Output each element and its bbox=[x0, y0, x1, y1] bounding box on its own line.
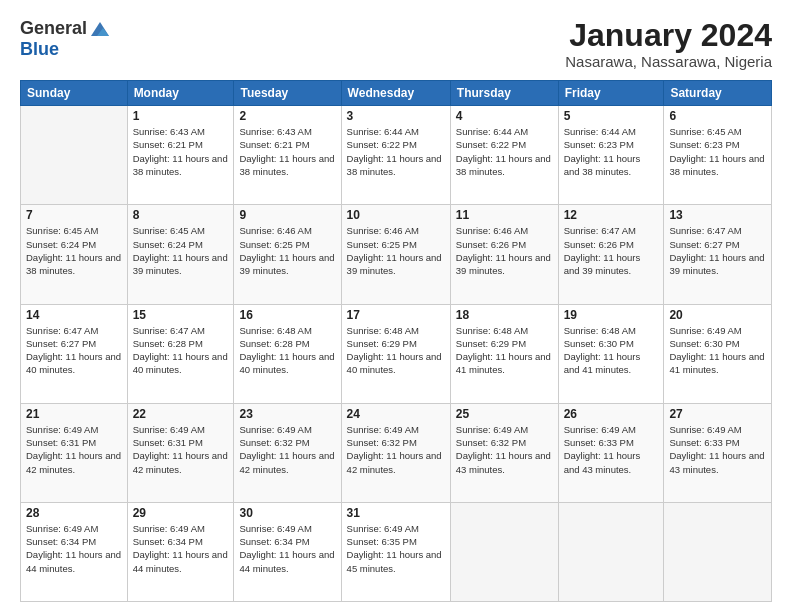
calendar-day-cell: 8Sunrise: 6:45 AMSunset: 6:24 PMDaylight… bbox=[127, 205, 234, 304]
day-info: Sunrise: 6:44 AMSunset: 6:23 PMDaylight:… bbox=[564, 125, 659, 178]
page: General Blue January 2024 Nasarawa, Nass… bbox=[0, 0, 792, 612]
day-info: Sunrise: 6:49 AMSunset: 6:32 PMDaylight:… bbox=[347, 423, 445, 476]
day-number: 11 bbox=[456, 208, 553, 222]
calendar-day-cell: 21Sunrise: 6:49 AMSunset: 6:31 PMDayligh… bbox=[21, 403, 128, 502]
logo-general-text: General bbox=[20, 18, 87, 39]
day-number: 17 bbox=[347, 308, 445, 322]
calendar-day-cell: 13Sunrise: 6:47 AMSunset: 6:27 PMDayligh… bbox=[664, 205, 772, 304]
day-info: Sunrise: 6:49 AMSunset: 6:30 PMDaylight:… bbox=[669, 324, 766, 377]
day-info: Sunrise: 6:49 AMSunset: 6:31 PMDaylight:… bbox=[133, 423, 229, 476]
day-number: 18 bbox=[456, 308, 553, 322]
logo-blue-text: Blue bbox=[20, 39, 59, 60]
day-info: Sunrise: 6:48 AMSunset: 6:30 PMDaylight:… bbox=[564, 324, 659, 377]
day-info: Sunrise: 6:47 AMSunset: 6:26 PMDaylight:… bbox=[564, 224, 659, 277]
calendar-day-cell: 9Sunrise: 6:46 AMSunset: 6:25 PMDaylight… bbox=[234, 205, 341, 304]
calendar-day-cell: 15Sunrise: 6:47 AMSunset: 6:28 PMDayligh… bbox=[127, 304, 234, 403]
day-number: 25 bbox=[456, 407, 553, 421]
day-of-week-header: Saturday bbox=[664, 81, 772, 106]
day-number: 15 bbox=[133, 308, 229, 322]
calendar-week-row: 7Sunrise: 6:45 AMSunset: 6:24 PMDaylight… bbox=[21, 205, 772, 304]
day-number: 7 bbox=[26, 208, 122, 222]
calendar-day-cell: 29Sunrise: 6:49 AMSunset: 6:34 PMDayligh… bbox=[127, 502, 234, 601]
calendar-week-row: 28Sunrise: 6:49 AMSunset: 6:34 PMDayligh… bbox=[21, 502, 772, 601]
day-number: 12 bbox=[564, 208, 659, 222]
title-block: January 2024 Nasarawa, Nassarawa, Nigeri… bbox=[565, 18, 772, 70]
day-number: 14 bbox=[26, 308, 122, 322]
day-info: Sunrise: 6:43 AMSunset: 6:21 PMDaylight:… bbox=[239, 125, 335, 178]
calendar-day-cell: 5Sunrise: 6:44 AMSunset: 6:23 PMDaylight… bbox=[558, 106, 664, 205]
day-number: 10 bbox=[347, 208, 445, 222]
day-info: Sunrise: 6:49 AMSunset: 6:35 PMDaylight:… bbox=[347, 522, 445, 575]
calendar-day-cell: 14Sunrise: 6:47 AMSunset: 6:27 PMDayligh… bbox=[21, 304, 128, 403]
calendar-day-cell: 18Sunrise: 6:48 AMSunset: 6:29 PMDayligh… bbox=[450, 304, 558, 403]
day-info: Sunrise: 6:45 AMSunset: 6:23 PMDaylight:… bbox=[669, 125, 766, 178]
logo-icon bbox=[89, 20, 111, 38]
day-info: Sunrise: 6:49 AMSunset: 6:34 PMDaylight:… bbox=[26, 522, 122, 575]
day-number: 6 bbox=[669, 109, 766, 123]
calendar-day-cell: 19Sunrise: 6:48 AMSunset: 6:30 PMDayligh… bbox=[558, 304, 664, 403]
day-info: Sunrise: 6:47 AMSunset: 6:28 PMDaylight:… bbox=[133, 324, 229, 377]
day-info: Sunrise: 6:49 AMSunset: 6:33 PMDaylight:… bbox=[564, 423, 659, 476]
day-info: Sunrise: 6:49 AMSunset: 6:34 PMDaylight:… bbox=[239, 522, 335, 575]
calendar-day-cell: 30Sunrise: 6:49 AMSunset: 6:34 PMDayligh… bbox=[234, 502, 341, 601]
day-number: 22 bbox=[133, 407, 229, 421]
month-year: January 2024 bbox=[565, 18, 772, 53]
calendar-week-row: 14Sunrise: 6:47 AMSunset: 6:27 PMDayligh… bbox=[21, 304, 772, 403]
day-number: 21 bbox=[26, 407, 122, 421]
calendar-day-cell bbox=[450, 502, 558, 601]
calendar-day-cell: 20Sunrise: 6:49 AMSunset: 6:30 PMDayligh… bbox=[664, 304, 772, 403]
calendar-day-cell bbox=[664, 502, 772, 601]
calendar-day-cell: 12Sunrise: 6:47 AMSunset: 6:26 PMDayligh… bbox=[558, 205, 664, 304]
day-of-week-header: Thursday bbox=[450, 81, 558, 106]
calendar-day-cell: 26Sunrise: 6:49 AMSunset: 6:33 PMDayligh… bbox=[558, 403, 664, 502]
location: Nasarawa, Nassarawa, Nigeria bbox=[565, 53, 772, 70]
day-info: Sunrise: 6:48 AMSunset: 6:29 PMDaylight:… bbox=[347, 324, 445, 377]
day-number: 26 bbox=[564, 407, 659, 421]
calendar-day-cell: 10Sunrise: 6:46 AMSunset: 6:25 PMDayligh… bbox=[341, 205, 450, 304]
calendar-day-cell: 17Sunrise: 6:48 AMSunset: 6:29 PMDayligh… bbox=[341, 304, 450, 403]
day-info: Sunrise: 6:46 AMSunset: 6:25 PMDaylight:… bbox=[347, 224, 445, 277]
day-number: 16 bbox=[239, 308, 335, 322]
day-number: 4 bbox=[456, 109, 553, 123]
day-of-week-header: Tuesday bbox=[234, 81, 341, 106]
calendar-day-cell bbox=[21, 106, 128, 205]
day-info: Sunrise: 6:47 AMSunset: 6:27 PMDaylight:… bbox=[26, 324, 122, 377]
day-number: 3 bbox=[347, 109, 445, 123]
calendar-day-cell: 25Sunrise: 6:49 AMSunset: 6:32 PMDayligh… bbox=[450, 403, 558, 502]
day-info: Sunrise: 6:43 AMSunset: 6:21 PMDaylight:… bbox=[133, 125, 229, 178]
day-info: Sunrise: 6:45 AMSunset: 6:24 PMDaylight:… bbox=[133, 224, 229, 277]
calendar-day-cell: 23Sunrise: 6:49 AMSunset: 6:32 PMDayligh… bbox=[234, 403, 341, 502]
day-of-week-header: Friday bbox=[558, 81, 664, 106]
calendar-day-cell: 2Sunrise: 6:43 AMSunset: 6:21 PMDaylight… bbox=[234, 106, 341, 205]
calendar-day-cell: 11Sunrise: 6:46 AMSunset: 6:26 PMDayligh… bbox=[450, 205, 558, 304]
day-info: Sunrise: 6:44 AMSunset: 6:22 PMDaylight:… bbox=[456, 125, 553, 178]
day-number: 28 bbox=[26, 506, 122, 520]
day-info: Sunrise: 6:49 AMSunset: 6:33 PMDaylight:… bbox=[669, 423, 766, 476]
day-number: 9 bbox=[239, 208, 335, 222]
day-number: 23 bbox=[239, 407, 335, 421]
calendar-day-cell: 1Sunrise: 6:43 AMSunset: 6:21 PMDaylight… bbox=[127, 106, 234, 205]
calendar-day-cell: 4Sunrise: 6:44 AMSunset: 6:22 PMDaylight… bbox=[450, 106, 558, 205]
calendar-day-cell: 24Sunrise: 6:49 AMSunset: 6:32 PMDayligh… bbox=[341, 403, 450, 502]
calendar-week-row: 21Sunrise: 6:49 AMSunset: 6:31 PMDayligh… bbox=[21, 403, 772, 502]
day-info: Sunrise: 6:49 AMSunset: 6:34 PMDaylight:… bbox=[133, 522, 229, 575]
day-number: 29 bbox=[133, 506, 229, 520]
calendar-day-cell: 7Sunrise: 6:45 AMSunset: 6:24 PMDaylight… bbox=[21, 205, 128, 304]
calendar-day-cell: 6Sunrise: 6:45 AMSunset: 6:23 PMDaylight… bbox=[664, 106, 772, 205]
day-of-week-header: Monday bbox=[127, 81, 234, 106]
day-number: 30 bbox=[239, 506, 335, 520]
day-number: 27 bbox=[669, 407, 766, 421]
calendar-day-cell bbox=[558, 502, 664, 601]
calendar-day-cell: 31Sunrise: 6:49 AMSunset: 6:35 PMDayligh… bbox=[341, 502, 450, 601]
day-info: Sunrise: 6:49 AMSunset: 6:32 PMDaylight:… bbox=[239, 423, 335, 476]
calendar-day-cell: 28Sunrise: 6:49 AMSunset: 6:34 PMDayligh… bbox=[21, 502, 128, 601]
calendar-week-row: 1Sunrise: 6:43 AMSunset: 6:21 PMDaylight… bbox=[21, 106, 772, 205]
day-info: Sunrise: 6:49 AMSunset: 6:32 PMDaylight:… bbox=[456, 423, 553, 476]
day-info: Sunrise: 6:48 AMSunset: 6:28 PMDaylight:… bbox=[239, 324, 335, 377]
day-info: Sunrise: 6:46 AMSunset: 6:26 PMDaylight:… bbox=[456, 224, 553, 277]
calendar-day-cell: 3Sunrise: 6:44 AMSunset: 6:22 PMDaylight… bbox=[341, 106, 450, 205]
calendar: SundayMondayTuesdayWednesdayThursdayFrid… bbox=[20, 80, 772, 602]
day-info: Sunrise: 6:45 AMSunset: 6:24 PMDaylight:… bbox=[26, 224, 122, 277]
day-number: 24 bbox=[347, 407, 445, 421]
day-number: 19 bbox=[564, 308, 659, 322]
